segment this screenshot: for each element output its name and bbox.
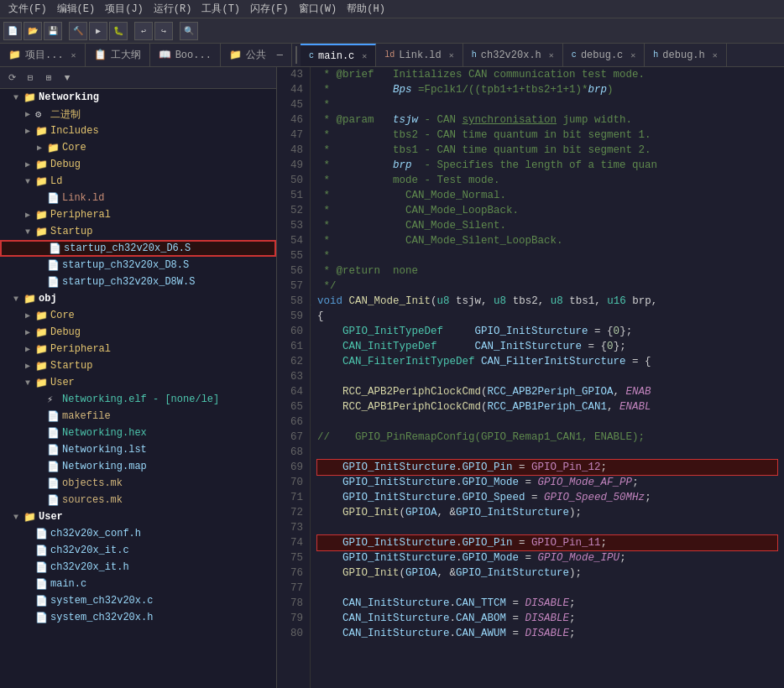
sidebar-toolbar: ⟳ ⊟ ⊞ ▼: [0, 67, 276, 89]
main-layout: ⟳ ⊟ ⊞ ▼ ▼ 📁 Networking ▶ ⚙ 二进制 ▶ 📁 Inclu…: [0, 67, 784, 688]
tree-debug[interactable]: ▶ 📁 Debug: [0, 156, 276, 173]
panel-tab-outline-icon: 📋: [94, 49, 107, 61]
menu-flash[interactable]: 闪存(F): [245, 2, 294, 16]
code-line-66: [317, 414, 777, 430]
code-line-59: {: [317, 309, 777, 324]
code-line-69: GPIO_InitSturcture.GPIO_Pin = GPIO_Pin_1…: [317, 460, 777, 475]
tree-conf-h-icon: 📄: [35, 528, 49, 540]
tree-networking-lst[interactable]: 📄 Networking.lst: [0, 441, 276, 458]
tree-it-c[interactable]: 📄 ch32v20x_it.c: [0, 542, 276, 559]
tree-makefile-label: makefile: [62, 410, 111, 422]
tree-objects-mk[interactable]: 📄 objects.mk: [0, 475, 276, 492]
menu-run[interactable]: 运行(R): [149, 2, 197, 16]
toolbar-run[interactable]: ▶: [89, 22, 107, 40]
tree-map-icon: 📄: [47, 461, 60, 473]
code-line-65: RCC_APB1PeriphClockCmd(RCC_APB1Periph_CA…: [317, 399, 777, 414]
toolbar-redo[interactable]: ↪: [154, 22, 173, 40]
code-line-67: // GPIO_PinRemapConfig(GPIO_Remap1_CAN1,…: [317, 430, 777, 445]
code-line-64: RCC_APB2PeriphClockCmd(RCC_APB2Periph_GP…: [317, 384, 777, 399]
panel-tab-book[interactable]: 📖 Boo...: [150, 44, 221, 66]
linenum-68: 68: [284, 445, 303, 460]
editor-tab-linkld-close[interactable]: ✕: [449, 50, 454, 60]
editor-tab-debugc[interactable]: c debug.c ✕: [563, 44, 645, 66]
tree-startup[interactable]: ▼ 📁 Startup: [0, 223, 276, 240]
tree-obj-peripheral[interactable]: ▶ 📁 Peripheral: [0, 341, 276, 357]
editor-tab-mainc-close[interactable]: ✕: [362, 51, 367, 61]
linenum-52: 52: [284, 203, 303, 218]
sidebar-btn-sync[interactable]: ⟳: [3, 70, 20, 86]
menu-file[interactable]: 文件(F): [3, 2, 52, 16]
panel-tab-project-close[interactable]: ✕: [71, 50, 76, 60]
sidebar-btn-expand[interactable]: ⊞: [40, 70, 57, 86]
editor-tab-debugh-close[interactable]: ✕: [713, 50, 718, 60]
tree-peripheral[interactable]: ▶ 📁 Peripheral: [0, 206, 276, 223]
tree-user-root[interactable]: ▼ 📁 User: [0, 508, 276, 525]
tree-obj-debug[interactable]: ▶ 📁 Debug: [0, 324, 276, 341]
tree-sources-mk-label: sources.mk: [62, 494, 123, 506]
editor-tab-mainc[interactable]: c main.c ✕: [301, 44, 376, 66]
tree-it-h[interactable]: 📄 ch32v20x_it.h: [0, 559, 276, 576]
tree-networking-elf[interactable]: ⚡ Networking.elf - [none/le]: [0, 391, 276, 408]
code-line-44: * Bps =Fpclk1/((tpb1+1+tbs2+1+1)*brp): [317, 82, 777, 97]
menu-help[interactable]: 帮助(H): [342, 2, 390, 16]
linenum-72: 72: [284, 505, 303, 520]
tree-startup-d8s[interactable]: 📄 startup_ch32v20x_D8.S: [0, 257, 276, 274]
tree-main-c[interactable]: 📄 main.c: [0, 576, 276, 592]
editor-tab-debugh[interactable]: h debug.h ✕: [645, 44, 726, 66]
panel-tab-minus[interactable]: —: [277, 50, 283, 61]
tree-startup-d8ws[interactable]: 📄 startup_ch32v20x_D8W.S: [0, 274, 276, 290]
editor-tab-debugc-close[interactable]: ✕: [630, 50, 635, 60]
tree-obj-user-label: User: [50, 377, 75, 388]
tree-networking-root[interactable]: ▼ 📁 Networking: [0, 89, 276, 106]
menu-project[interactable]: 项目(J): [100, 2, 149, 16]
tree-system-h[interactable]: 📄 system_ch32v20x.h: [0, 609, 276, 626]
menu-window[interactable]: 窗口(W): [294, 2, 342, 16]
menu-tools[interactable]: 工具(T): [196, 2, 245, 16]
menu-edit[interactable]: 编辑(E): [52, 2, 101, 16]
toolbar-search[interactable]: 🔍: [180, 22, 198, 40]
tree-sources-mk[interactable]: 📄 sources.mk: [0, 492, 276, 508]
editor-tab-ch32h-close[interactable]: ✕: [549, 50, 554, 60]
tree-makefile[interactable]: 📄 makefile: [0, 408, 276, 425]
tree-ld[interactable]: ▼ 📁 Ld: [0, 173, 276, 190]
tree-hex-icon: 📄: [47, 427, 60, 440]
tree-obj-core[interactable]: ▶ 📁 Core: [0, 307, 276, 324]
toolbar-new[interactable]: 📄: [3, 22, 22, 40]
tree-conf-h[interactable]: 📄 ch32v20x_conf.h: [0, 525, 276, 542]
toolbar-undo[interactable]: ↩: [134, 22, 153, 40]
code-text-area[interactable]: * @brief Initializes CAN communication t…: [311, 67, 784, 688]
tree-obj-root[interactable]: ▼ 📁 obj: [0, 290, 276, 307]
tree-linkld[interactable]: 📄 Link.ld: [0, 190, 276, 206]
editor-tab-linkld[interactable]: ld Link.ld ✕: [376, 44, 463, 66]
tree-includes-core[interactable]: ▶ 📁 Core: [0, 139, 276, 156]
editor-tab-linkld-label: Link.ld: [399, 50, 441, 61]
editor-tab-mainc-label: main.c: [318, 50, 354, 62]
code-editor[interactable]: 43 44 45 46 47 48 49 50 51 52 53 54 55 5…: [277, 67, 784, 688]
toolbar-build[interactable]: 🔨: [69, 22, 87, 40]
panel-tab-common[interactable]: 📁 公共 —: [221, 44, 292, 66]
linenum-53: 53: [284, 218, 303, 233]
tree-obj-startup[interactable]: ▶ 📁 Startup: [0, 357, 276, 374]
toolbar-debug[interactable]: 🐛: [109, 22, 128, 40]
panel-tab-project[interactable]: 📁 项目... ✕: [0, 44, 86, 66]
tree-networking-hex[interactable]: 📄 Networking.hex: [0, 425, 276, 441]
tree-startup-label: Startup: [50, 226, 92, 237]
panel-tab-outline[interactable]: 📋 工大纲: [86, 44, 150, 66]
tree-networking-map[interactable]: 📄 Networking.map: [0, 458, 276, 475]
tree-includes[interactable]: ▶ 📁 Includes: [0, 122, 276, 139]
tree-startup-d6s[interactable]: 📄 startup_ch32v20x_D6.S: [0, 240, 276, 257]
sidebar-btn-collapse[interactable]: ⊟: [22, 70, 39, 86]
tree-system-c[interactable]: 📄 system_ch32v20x.c: [0, 592, 276, 609]
panel-tab-common-label: 公共: [246, 48, 266, 62]
toolbar-save[interactable]: 💾: [44, 22, 62, 40]
sidebar-btn-filter[interactable]: ▼: [59, 70, 76, 86]
tree-makefile-icon: 📄: [47, 410, 60, 423]
linenum-58: 58: [284, 294, 303, 309]
tree-linkld-label: Link.ld: [62, 192, 104, 204]
tree-binary[interactable]: ▶ ⚙ 二进制: [0, 106, 276, 122]
tree-peripheral-icon: 📁: [35, 209, 49, 222]
editor-tab-ch32h[interactable]: h ch32v20x.h ✕: [463, 44, 563, 66]
toolbar-open[interactable]: 📂: [24, 22, 42, 40]
tree-obj-user[interactable]: ▼ 📁 User: [0, 374, 276, 391]
panel-tab-book-label: Boo...: [175, 50, 212, 61]
